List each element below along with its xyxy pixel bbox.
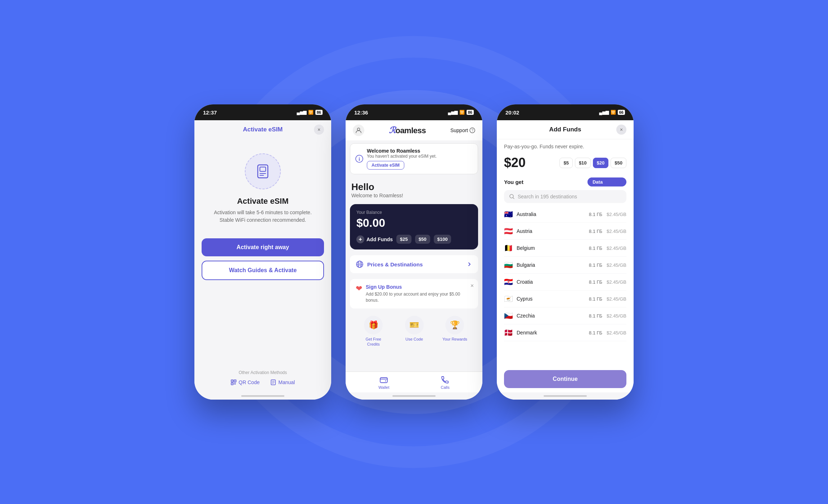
price-australia: $2.45/GB — [607, 212, 626, 217]
dest-cyprus[interactable]: 🇨🇾 Cyprus 8.1 ГБ $2.45/GB — [504, 291, 626, 307]
dest-czechia[interactable]: 🇨🇿 Czechia 8.1 ГБ $2.45/GB — [504, 307, 626, 324]
dest-croatia[interactable]: 🇭🇷 Croatia 8.1 ГБ $2.45/GB — [504, 274, 626, 291]
search-icon — [509, 194, 515, 199]
esim-svg-icon — [255, 163, 271, 179]
call-toggle-button[interactable]: Call — [608, 177, 626, 186]
time-left: 12:37 — [203, 109, 217, 116]
your-rewards-action[interactable]: 🏆 Your Rewards — [442, 316, 467, 347]
you-get-row: You get Data Call — [497, 175, 634, 190]
status-bar-center: 12:36 ▄▅▆ 🛜 86 — [346, 104, 482, 120]
svg-rect-9 — [232, 383, 233, 384]
svg-rect-8 — [235, 381, 235, 381]
quick-amt-25[interactable]: $25 — [396, 235, 411, 244]
data-toggle-button[interactable]: Data — [588, 177, 608, 186]
quick-amt-100[interactable]: $100 — [434, 235, 451, 244]
banner-text: Welcome to Roamless You haven't activate… — [367, 148, 437, 170]
quick-actions: 🎁 Get Free Credits 🎫 Use Code 🏆 Your Rew… — [346, 311, 482, 351]
get-free-credits-icon: 🎁 — [364, 316, 383, 334]
use-code-action[interactable]: 🎫 Use Code — [405, 316, 424, 347]
bottom-nav: Wallet Calls — [346, 372, 482, 392]
welcome-banner: Welcome to Roamless You haven't activate… — [350, 143, 478, 174]
you-get-label: You get — [504, 179, 523, 185]
close-button[interactable]: × — [314, 125, 324, 135]
amt-20[interactable]: $20 — [593, 158, 609, 168]
data-cyprus: 8.1 ГБ — [589, 296, 602, 302]
home-bar-r — [544, 395, 587, 397]
support-button[interactable]: Support ? — [450, 127, 475, 133]
amt-5[interactable]: $5 — [559, 158, 572, 168]
name-croatia: Croatia — [517, 279, 589, 285]
activate-buttons: Activate right away Watch Guides & Activ… — [194, 231, 331, 287]
esim-text-block: Activate eSIM Activation will take 5-6 m… — [214, 197, 312, 224]
signup-close-button[interactable]: × — [471, 283, 474, 289]
svg-rect-11 — [235, 383, 236, 383]
svg-rect-7 — [232, 381, 233, 381]
qr-code-button[interactable]: QR Code — [231, 379, 260, 385]
quick-amt-50[interactable]: $50 — [415, 235, 430, 244]
left-content: Activate eSIM × Activate eSIM Activation… — [194, 120, 331, 400]
price-bulgaria: $2.45/GB — [607, 262, 626, 268]
continue-button[interactable]: Continue — [504, 370, 626, 388]
calls-icon — [441, 375, 449, 384]
time-center: 12:36 — [354, 109, 368, 116]
svg-point-23 — [359, 157, 360, 158]
data-czechia: 8.1 ГБ — [589, 313, 602, 319]
name-bulgaria: Bulgaria — [517, 262, 589, 268]
dest-bulgaria[interactable]: 🇧🇬 Bulgaria 8.1 ГБ $2.45/GB — [504, 257, 626, 274]
profile-svg — [355, 127, 362, 134]
time-right: 20:02 — [505, 109, 519, 116]
profile-icon[interactable] — [353, 125, 364, 136]
svg-rect-1 — [260, 167, 266, 171]
amount-options: $5 $10 $20 $50 — [559, 158, 626, 168]
manual-button[interactable]: Manual — [270, 379, 295, 385]
status-icons-center: ▄▅▆ 🛜 86 — [448, 110, 474, 115]
esim-circle-icon — [245, 153, 281, 189]
svg-rect-27 — [380, 378, 387, 383]
phone-left: 12:37 ▄▅▆ 🛜 86 Activate eSIM × — [194, 104, 331, 400]
wifi-icon-r: 🛜 — [611, 110, 616, 115]
price-cyprus: $2.45/GB — [607, 296, 626, 302]
get-free-credits-action[interactable]: 🎁 Get Free Credits — [361, 316, 386, 347]
status-bar-left: 12:37 ▄▅▆ 🛜 86 — [194, 104, 331, 120]
dest-australia[interactable]: 🇦🇺 Australia 8.1 ГБ $2.45/GB — [504, 206, 626, 223]
esim-subtitle: Activation will take 5-6 minutes to comp… — [214, 209, 312, 224]
add-funds-button[interactable]: + Add Funds — [356, 235, 393, 243]
roamless-logo: ℛoamless — [389, 125, 426, 135]
status-icons-left: ▄▅▆ 🛜 86 — [297, 110, 323, 115]
balance-card: Your Balance $0.00 + Add Funds $25 $50 $… — [350, 204, 478, 249]
right-content: Add Funds × Pay-as-you-go. Funds never e… — [497, 120, 634, 400]
banner-activate-btn[interactable]: Activate eSIM — [367, 161, 404, 170]
prices-destinations-row[interactable]: Prices & Destinations — [350, 255, 478, 273]
home-indicator-right — [497, 392, 634, 400]
add-funds-header: Add Funds × — [497, 120, 634, 139]
amount-row: $20 $5 $10 $20 $50 — [497, 152, 634, 175]
info-icon — [355, 155, 363, 163]
chevron-right-icon — [467, 261, 472, 267]
phone-right: 20:02 ▄▅▆ 🛜 66 Add Funds × Pay-as-you-go… — [497, 104, 634, 400]
data-call-toggle: Data Call — [588, 177, 626, 186]
dest-denmark[interactable]: 🇩🇰 Denmark 8.1 ГБ $2.45/GB — [504, 324, 626, 341]
watch-guides-button[interactable]: Watch Guides & Activate — [202, 261, 324, 280]
other-methods-section: Other Activation Methods — [194, 363, 331, 392]
home-bar — [241, 395, 284, 397]
hello-subtitle: Welcome to Roamless! — [351, 193, 477, 198]
amt-10[interactable]: $10 — [575, 158, 591, 168]
use-code-label: Use Code — [405, 337, 423, 342]
data-austria: 8.1 ГБ — [589, 229, 602, 234]
nav-calls[interactable]: Calls — [441, 375, 449, 390]
nav-wallet[interactable]: Wallet — [378, 375, 389, 390]
price-belgium: $2.45/GB — [607, 246, 626, 251]
phone-center: 12:36 ▄▅▆ 🛜 86 ℛoamless Support — [346, 104, 482, 400]
signal-icon: ▄▅▆ — [297, 110, 306, 115]
amt-50[interactable]: $50 — [611, 158, 626, 168]
svg-rect-10 — [234, 383, 235, 383]
destination-search[interactable]: Search in 195 destinations — [504, 190, 626, 203]
flag-czechia: 🇨🇿 — [504, 311, 513, 320]
signup-desc: Add $20.00 to your account and enjoy you… — [366, 291, 472, 303]
activate-right-away-button[interactable]: Activate right away — [202, 238, 324, 256]
dest-belgium[interactable]: 🇧🇪 Belgium 8.1 ГБ $2.45/GB — [504, 240, 626, 257]
flag-croatia: 🇭🇷 — [504, 278, 513, 286]
name-denmark: Denmark — [517, 330, 589, 336]
add-funds-close-button[interactable]: × — [616, 125, 626, 135]
dest-austria[interactable]: 🇦🇹 Austria 8.1 ГБ $2.45/GB — [504, 223, 626, 240]
